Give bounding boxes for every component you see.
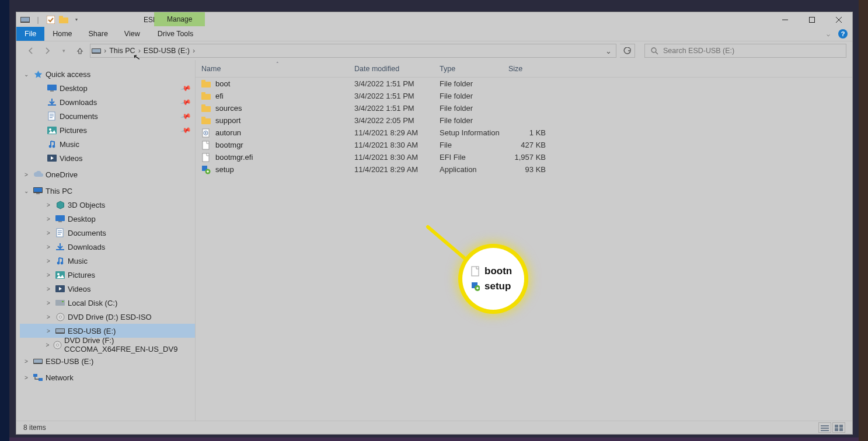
breadcrumb-this-pc[interactable]: This PC (109, 47, 135, 55)
nav-recent-dropdown[interactable]: ▾ (57, 44, 70, 57)
file-list-pane[interactable]: ˄ Name Date modified Type Size boot3/4/2… (196, 60, 852, 422)
view-details-button[interactable] (818, 422, 831, 433)
breadcrumb-sep-icon[interactable]: › (191, 47, 197, 55)
tree-item[interactable]: >OneDrive (20, 167, 195, 181)
svg-line-12 (656, 52, 658, 54)
file-name: support (215, 116, 240, 125)
folder-icon (201, 104, 211, 113)
tree-item[interactable]: Downloads📌 (20, 95, 195, 109)
tree-item[interactable]: >Downloads (20, 240, 195, 254)
file-type: File folder (434, 79, 503, 88)
chevron-icon[interactable]: ⌄ (22, 71, 30, 78)
close-button[interactable] (825, 12, 852, 27)
file-row[interactable]: bootmgr11/4/2021 8:30 AMFile427 KB (196, 139, 852, 151)
tree-label: This PC (46, 187, 72, 195)
tree-item[interactable]: >Music (20, 254, 195, 268)
nav-back-button[interactable] (25, 44, 37, 57)
address-bar[interactable]: › This PC › ESD-USB (E:) › ⌄ (90, 44, 616, 58)
file-row[interactable]: setup11/4/2021 8:29 AMApplication93 KB (196, 163, 852, 176)
breadcrumb-sep-icon[interactable]: › (137, 47, 142, 55)
chevron-icon[interactable]: > (44, 216, 53, 222)
navigation-pane[interactable]: ⌄Quick accessDesktop📌Downloads📌Documents… (16, 60, 196, 422)
tree-item[interactable]: >DVD Drive (D:) ESD-ISO (20, 310, 195, 324)
tree-item[interactable]: >3D Objects (20, 198, 195, 212)
file-date: 11/4/2021 8:30 AM (348, 153, 434, 162)
file-name: efi (215, 92, 224, 100)
tree-label: 3D Objects (68, 201, 105, 209)
tree-item[interactable]: Desktop📌 (20, 81, 195, 95)
tab-file[interactable]: File (16, 27, 44, 41)
breadcrumb-current[interactable]: ESD-USB (E:) (144, 47, 190, 55)
tree-item[interactable]: ⌄Quick access (20, 67, 195, 81)
qat-properties-icon[interactable] (46, 15, 56, 25)
tree-item[interactable]: >Pictures (20, 268, 195, 282)
chevron-icon[interactable]: > (44, 314, 53, 320)
file-size: 93 KB (503, 165, 552, 174)
nav-forward-button[interactable] (41, 44, 54, 57)
chevron-icon[interactable]: > (44, 272, 53, 278)
maximize-button[interactable] (799, 12, 825, 27)
column-date[interactable]: Date modified (348, 60, 434, 77)
tree-item[interactable]: >Local Disk (C:) (20, 296, 195, 310)
chevron-icon[interactable]: > (44, 286, 53, 292)
nav-up-button[interactable] (74, 44, 86, 57)
file-row[interactable]: bootmgr.efi11/4/2021 8:30 AMEFI File1,95… (196, 151, 852, 163)
chevron-icon[interactable]: > (22, 358, 30, 365)
file-type: File folder (434, 92, 503, 100)
column-size[interactable]: Size (503, 60, 552, 77)
tree-item[interactable]: Music (20, 137, 195, 151)
tree-label: Music (60, 140, 79, 149)
tab-share[interactable]: Share (81, 27, 116, 41)
tree-item[interactable]: >Desktop (20, 212, 195, 226)
address-history-dropdown[interactable]: ⌄ (602, 47, 615, 55)
svg-rect-74 (835, 425, 838, 428)
explorer-window: Manage | ▾ ESD-USB (E:) (16, 12, 853, 435)
refresh-button[interactable] (620, 44, 635, 58)
file-row[interactable]: efi3/4/2022 1:51 PMFile folder (196, 90, 852, 102)
svg-point-47 (57, 344, 59, 346)
view-large-button[interactable] (832, 422, 845, 433)
tree-item[interactable]: >ESD-USB (E:) (20, 354, 195, 368)
tab-home[interactable]: Home (44, 27, 80, 41)
search-box[interactable]: Search ESD-USB (E:) (644, 44, 846, 58)
ribbon-collapse-icon[interactable]: ⌵ (827, 31, 830, 37)
docs-icon (47, 111, 57, 121)
file-row[interactable]: support3/4/2022 2:05 PMFile folder (196, 114, 852, 127)
tree-item[interactable]: >Videos (20, 282, 195, 296)
tree-item[interactable]: ⌄This PC (20, 184, 195, 198)
column-type[interactable]: Type (434, 60, 503, 77)
qat-newfolder-icon[interactable] (58, 15, 69, 25)
chevron-icon[interactable]: > (44, 244, 53, 250)
tree-item[interactable]: >Network (20, 370, 195, 384)
tree-item[interactable]: Videos (20, 151, 195, 165)
tab-view[interactable]: View (116, 27, 148, 41)
column-name[interactable]: Name (196, 60, 348, 77)
chevron-icon[interactable]: > (44, 202, 53, 208)
chevron-icon[interactable]: > (44, 230, 53, 236)
chevron-icon[interactable]: > (44, 300, 53, 306)
tree-item[interactable]: Documents📌 (20, 109, 195, 123)
tab-drive-tools[interactable]: Drive Tools (148, 27, 203, 41)
chevron-icon[interactable]: ⌄ (22, 188, 30, 194)
chevron-icon[interactable]: > (44, 258, 53, 264)
file-row[interactable]: sources3/4/2022 1:51 PMFile folder (196, 102, 852, 114)
chevron-icon[interactable]: > (22, 172, 30, 178)
qat-customize-icon[interactable]: ▾ (71, 15, 82, 25)
tree-item[interactable]: Pictures📌 (20, 123, 195, 137)
tree-label: Network (46, 373, 74, 382)
tree-item[interactable]: >Documents (20, 226, 195, 240)
ribbon-context-group[interactable]: Manage (154, 12, 205, 26)
file-row[interactable]: boot3/4/2022 1:51 PMFile folder (196, 78, 852, 90)
help-icon[interactable]: ? (838, 29, 848, 38)
chevron-icon[interactable]: > (44, 342, 51, 348)
svg-rect-72 (821, 428, 829, 429)
chevron-icon[interactable]: > (44, 328, 53, 334)
file-row[interactable]: autorun11/4/2021 8:29 AMSetup Informatio… (196, 127, 852, 139)
tree-item[interactable]: >DVD Drive (F:) CCCOMA_X64FRE_EN-US_DV9 (20, 338, 195, 352)
ribbon-right-controls: ⌵ ? (822, 27, 852, 41)
chevron-icon[interactable]: > (22, 374, 30, 381)
file-type: Application (434, 165, 503, 174)
svg-rect-52 (201, 82, 211, 88)
minimize-button[interactable] (772, 12, 799, 27)
breadcrumb-sep-icon[interactable]: › (102, 47, 108, 55)
